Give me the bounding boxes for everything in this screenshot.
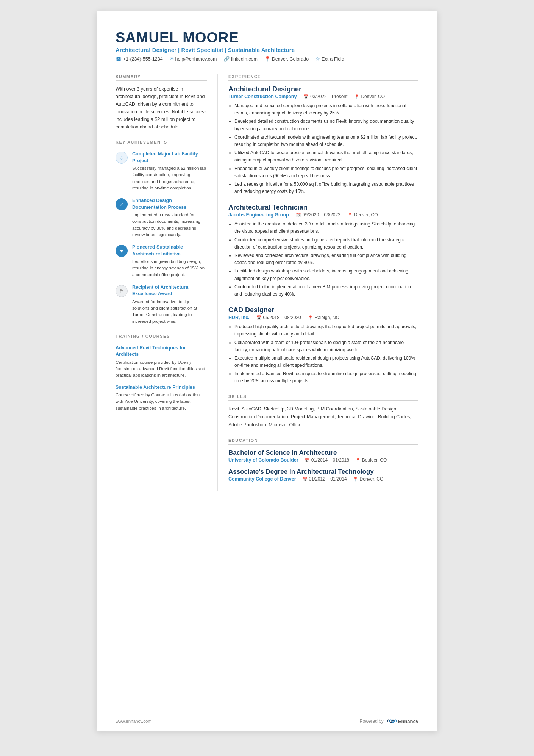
contact-icon-3: 📍 [264,56,270,62]
job-meta-1: Jacobs Engineering Group 📅09/2020 – 03/2… [228,212,418,218]
achievement-desc-2: Led efforts in green building design, re… [132,258,207,278]
pin-icon: 📍 [355,458,361,463]
achievements-section: KEY ACHIEVEMENTS ♡ Completed Major Lab F… [116,140,207,325]
job-bullet: Implemented advanced Revit techniques to… [234,370,418,385]
contact-item-1: ✉help@enhancv.com [170,56,217,62]
achievement-title-1: Enhanced Design Documentation Process [132,197,207,211]
contact-row: ☎+1-(234)-555-1234✉help@enhancv.com🔗link… [116,56,418,67]
job-date-2: 📅05/2018 – 08/2020 [256,315,301,320]
achievement-title-3: Recipient of Architectural Excellence Aw… [132,284,207,297]
job-bullet: Facilitated design workshops with stakeh… [234,268,418,282]
job-bullets-1: Assisted in the creation of detailed 3D … [228,221,418,298]
job-bullets-0: Managed and executed complex design proj… [228,102,418,195]
edu-date-0: 📅01/2014 – 01/2018 [304,457,349,463]
job-title-0: Architectural Designer [228,85,418,93]
edu-item: Associate's Degree in Architectural Tech… [228,468,418,482]
job-bullet: Led a redesign initiative for a 50,000 s… [234,181,418,195]
pin-icon: 📍 [308,315,313,320]
achievements-title: KEY ACHIEVEMENTS [116,140,207,146]
footer-right: Powered by Enhancv [359,718,418,725]
training-title-0: Advanced Revit Techniques for Architects [116,345,207,358]
left-column: SUMMARY With over 3 years of expertise i… [116,74,218,491]
right-column: EXPERIENCE Architectural Designer Turner… [218,74,418,491]
job-item: CAD Designer HDR, Inc. 📅05/2018 – 08/202… [228,306,418,385]
training-title-1: Sustainable Architecture Principles [116,384,207,391]
experience-title: EXPERIENCE [228,74,418,81]
edu-school-0: University of Colorado Boulder [228,457,298,463]
footer: www.enhancv.com Powered by Enhancv [116,718,418,725]
training-item: Sustainable Architecture Principles Cour… [116,384,207,412]
education-list: Bachelor of Science in Architecture Univ… [228,449,418,482]
job-location-2: 📍Raleigh, NC [308,315,339,320]
job-bullet: Developed detailed construction document… [234,118,418,132]
pin-icon: 📍 [353,477,358,482]
contact-text-2: linkedin.com [231,56,257,62]
achievement-desc-0: Successfully managed a $2 million lab fa… [132,165,207,191]
contact-icon-1: ✉ [170,56,174,62]
training-section: TRAINING / COURSES Advanced Revit Techni… [116,334,207,412]
edu-item: Bachelor of Science in Architecture Univ… [228,449,418,463]
achievement-title-0: Completed Major Lab Facility Project [132,151,207,164]
job-company-1: Jacobs Engineering Group [228,212,289,218]
contact-item-3: 📍Denver, Colorado [264,56,309,62]
achievement-item: ♥ Pioneered Sustainable Architecture Ini… [116,244,207,278]
job-company-2: HDR, Inc. [228,315,250,320]
achievement-content-3: Recipient of Architectural Excellence Aw… [132,284,207,325]
skills-title: SKILLS [228,394,418,401]
cal-icon: 📅 [304,458,310,463]
pin-icon: 📍 [347,213,353,218]
achievement-icon-2: ♥ [116,245,128,257]
enhancv-logo: Enhancv [386,718,418,725]
job-meta-0: Turner Construction Company 📅03/2022 – P… [228,94,418,99]
achievements-list: ♡ Completed Major Lab Facility Project S… [116,151,207,325]
job-bullet: Conducted comprehensive studies and gene… [234,236,418,251]
contact-text-0: +1-(234)-555-1234 [123,56,163,62]
training-title: TRAINING / COURSES [116,334,207,340]
training-desc-0: Certification course provided by Udemy f… [116,359,207,379]
summary-text: With over 3 years of expertise in archit… [116,85,207,131]
job-date-0: 📅03/2022 – Present [303,94,347,99]
training-list: Advanced Revit Techniques for Architects… [116,345,207,412]
footer-url: www.enhancv.com [116,719,151,723]
candidate-name: SAMUEL MOORE [116,30,418,46]
main-content: SUMMARY With over 3 years of expertise i… [116,74,418,491]
pin-icon: 📍 [354,94,359,99]
job-date-1: 📅09/2020 – 03/2022 [296,212,340,218]
education-section: EDUCATION Bachelor of Science in Archite… [228,438,418,482]
achievement-item: ✓ Enhanced Design Documentation Process … [116,197,207,238]
job-location-1: 📍Denver, CO [347,212,378,218]
cal-icon: 📅 [256,315,262,320]
job-item: Architectural Designer Turner Constructi… [228,85,418,195]
job-bullet: Engaged in bi-weekly client meetings to … [234,165,418,180]
job-bullet: Contributed to the implementation of a n… [234,283,418,298]
job-bullets-2: Produced high-quality architectural draw… [228,323,418,385]
summary-section: SUMMARY With over 3 years of expertise i… [116,74,207,131]
job-bullet: Collaborated with a team of 10+ professi… [234,339,418,354]
resume-page: SAMUEL MOORE Architectural Designer | Re… [97,11,437,731]
job-item: Architectural Technician Jacobs Engineer… [228,203,418,298]
education-title: EDUCATION [228,438,418,445]
contact-icon-0: ☎ [116,56,122,62]
job-bullet: Executed multiple small-scale residentia… [234,355,418,369]
edu-degree-1: Associate's Degree in Architectural Tech… [228,468,418,476]
edu-location-0: 📍Boulder, CO [355,457,387,463]
experience-section: EXPERIENCE Architectural Designer Turner… [228,74,418,385]
job-location-0: 📍Denver, CO [354,94,385,99]
achievement-icon-1: ✓ [116,198,128,210]
header: SAMUEL MOORE Architectural Designer | Re… [116,30,418,67]
edu-location-1: 📍Denver, CO [353,476,384,482]
cal-icon: 📅 [303,94,309,99]
skills-text: Revit, AutoCAD, SketchUp, 3D Modeling, B… [228,405,418,429]
contact-item-0: ☎+1-(234)-555-1234 [116,56,163,62]
cal-icon: 📅 [296,213,301,218]
job-bullet: Utilized AutoCAD to create precise techn… [234,149,418,164]
contact-icon-4: ☆ [315,56,320,62]
edu-date-1: 📅01/2012 – 01/2014 [302,476,347,482]
achievement-item: ⚑ Recipient of Architectural Excellence … [116,284,207,325]
contact-item-4: ☆Extra Field [315,56,344,62]
achievement-icon-3: ⚑ [116,285,128,297]
contact-item-2: 🔗linkedin.com [223,56,257,62]
contact-icon-2: 🔗 [223,56,230,62]
job-bullet: Managed and executed complex design proj… [234,102,418,117]
achievement-content-0: Completed Major Lab Facility Project Suc… [132,151,207,191]
